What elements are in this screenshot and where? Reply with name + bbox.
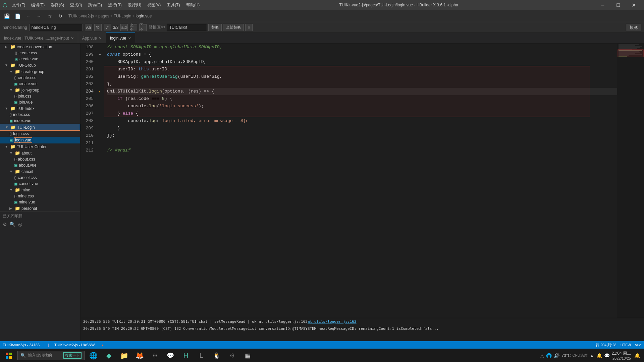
menu-bar[interactable]: 文件(F) 编辑(E) 选择(S) 查找(I) 跳转(G) 运行(R) 发行(U… — [9, 2, 202, 9]
sidebar-item-index-vue[interactable]: ▣ index.vue — [0, 118, 80, 124]
css-file-icon: {} — [14, 176, 16, 180]
breadcrumb-project[interactable]: TUIKit-vue2-js — [68, 14, 94, 18]
sidebar-item-create-group[interactable]: ▼ 📁 create-group — [0, 68, 80, 75]
menu-publish[interactable]: 发行(U) — [125, 2, 144, 9]
sidebar-item-about-css[interactable]: {} about.css — [0, 156, 80, 162]
sidebar-item-join-css[interactable]: {} join.css — [0, 93, 80, 99]
menu-tools[interactable]: 工具(T) — [164, 2, 182, 9]
save-button[interactable]: 💾 — [2, 11, 11, 21]
sidebar-item-about-vue[interactable]: ▣ about.vue — [0, 162, 80, 168]
sidebar-item-mine-css[interactable]: {} mine.css — [0, 193, 80, 199]
taskbar-search-box[interactable]: 🔍 输入你想找的 搜索一下 — [17, 351, 85, 360]
ind-209 — [99, 125, 104, 132]
tab-index-vue[interactable]: index.vue | TUIKit-vue......sage-input × — [0, 33, 78, 43]
code-editor[interactable]: 198 199 200 201 202 203 204 205 206 207 … — [80, 44, 644, 341]
sidebar-item-tui-index[interactable]: ▼ 📁 TUI-Index — [0, 105, 80, 112]
terminal-link[interactable]: at utils/logger.js:162 — [308, 319, 357, 324]
taskbar-app-8[interactable]: L — [194, 349, 209, 362]
sidebar-item-join-group[interactable]: ▼ 📁 join-group — [0, 87, 80, 93]
sidebar-item-join-vue[interactable]: ▣ join.vue — [0, 99, 80, 105]
menu-run[interactable]: 运行(R) — [105, 2, 124, 9]
tab-login-vue[interactable]: login.vue × — [106, 33, 135, 43]
menu-goto[interactable]: 跳转(G) — [86, 2, 105, 9]
start-button[interactable] — [1, 349, 16, 362]
back-button[interactable]: ← — [23, 11, 33, 21]
sidebar-item-login-vue[interactable]: ▣ login.vue — [0, 137, 80, 143]
sidebar-item-login-css[interactable]: {} login.css — [0, 131, 80, 137]
sidebar-item-create-vue[interactable]: ▣ create.vue — [0, 56, 80, 62]
app-icon-3: 💬 — [167, 352, 174, 359]
sidebar-item-cancel-vue[interactable]: ▣ cancel.vue — [0, 181, 80, 187]
sidebar-item-create-conversation[interactable]: ▶ 📁 create-conversation — [0, 44, 80, 50]
sidebar-item-tui-login[interactable]: ▼ 📁 TUI-Login — [0, 124, 80, 131]
sidebar-item-cancel[interactable]: ▼ 📁 cancel — [0, 168, 80, 175]
sidebar-icon-3[interactable]: ◎ — [18, 222, 22, 227]
tab-app-vue[interactable]: App.vue × — [78, 33, 106, 43]
sidebar-icon-2[interactable]: 🔍 — [10, 222, 15, 227]
menu-select[interactable]: 选择(S) — [48, 2, 67, 9]
taskbar-app-9[interactable]: 🐧 — [209, 349, 224, 362]
sidebar-item-about[interactable]: ▼ 📁 about — [0, 150, 80, 156]
preview-btn[interactable]: 预览 — [626, 24, 641, 31]
breadcrumb-file[interactable]: login.vue — [136, 14, 152, 18]
close-search-btn[interactable]: × — [245, 24, 253, 31]
sidebar-item-create-css[interactable]: {} create.css — [0, 50, 80, 56]
close-button[interactable]: ✕ — [626, 0, 641, 10]
taskbar-app-diamond[interactable]: ◆ — [101, 349, 116, 362]
select-all-btn[interactable]: 全选 — [120, 24, 128, 31]
taskbar-app-ie[interactable]: 🌐 — [86, 349, 101, 362]
bookmark-button[interactable]: ☆ — [45, 11, 54, 21]
closed-projects-section: 已关闭项目 — [0, 212, 80, 220]
menu-find[interactable]: 查找(I) — [67, 2, 85, 9]
breadcrumb-sep-2: > — [110, 14, 113, 18]
taskbar-app-11[interactable]: ▦ — [240, 349, 255, 362]
breadcrumb-login-folder[interactable]: TUI-Login — [114, 14, 131, 18]
sidebar-item-mine-vue[interactable]: ▣ mine.vue — [0, 199, 80, 205]
menu-edit[interactable]: 编辑(E) — [29, 2, 47, 9]
taskbar-app-firefox[interactable]: 🦊 — [132, 349, 147, 362]
taskbar-app-folder[interactable]: 📁 — [117, 349, 131, 362]
menu-help[interactable]: 帮助(H) — [183, 2, 203, 9]
sidebar-item-cancel-css[interactable]: {} cancel.css — [0, 175, 80, 181]
code-token: userSig: — [107, 73, 141, 80]
code-content[interactable]: // const SDKAppID = app.globalData.SDKAp… — [104, 44, 617, 318]
next-match-btn[interactable]: 下一个 — [139, 24, 147, 31]
sidebar-item-index-css[interactable]: {} index.css — [0, 112, 80, 118]
regex-btn[interactable]: .* — [104, 24, 111, 31]
menu-file[interactable]: 文件(F) — [9, 2, 28, 9]
prev-match-btn[interactable]: 上一个 — [130, 24, 137, 31]
notification-icon[interactable]: 🔔 — [634, 353, 640, 358]
sidebar-item-mine[interactable]: ▼ 📁 mine — [0, 187, 80, 193]
tab-close-icon[interactable]: × — [128, 36, 131, 41]
maximize-button[interactable]: □ — [610, 0, 626, 10]
sidebar-item-personal[interactable]: ▶ 📁 personal — [0, 205, 80, 212]
code-area[interactable]: 198 199 200 201 202 203 204 205 206 207 … — [80, 44, 644, 318]
forward-button[interactable]: → — [34, 11, 44, 21]
sidebar-item-tui-group[interactable]: ▼ 📁 TUI-Group — [0, 62, 80, 68]
tab-close-icon[interactable]: × — [99, 36, 102, 41]
refresh-button[interactable]: ↻ — [56, 11, 65, 21]
tab-close-icon[interactable]: × — [71, 36, 74, 41]
breadcrumb-pages[interactable]: pages — [98, 14, 109, 18]
case-sensitive-btn[interactable]: Aa — [85, 24, 92, 31]
sidebar-item-create-group-css[interactable]: {} create.css — [0, 75, 80, 81]
new-file-button[interactable]: 📄 — [13, 11, 22, 21]
taskbar-app-5[interactable]: ⚙ — [148, 349, 162, 362]
replace-range-btn[interactable]: 替换区>> — [149, 24, 165, 30]
find-input[interactable] — [29, 24, 83, 31]
whole-word-btn[interactable]: \b — [94, 24, 102, 31]
replace-all-btn[interactable]: 全部替换 — [223, 24, 244, 31]
taskbar-app-hbuilder[interactable]: H — [178, 349, 193, 362]
sidebar-icon-1[interactable]: ⚙ — [3, 222, 7, 227]
sidebar-item-create-group-vue[interactable]: ▣ create.vue — [0, 81, 80, 87]
replace-input[interactable] — [167, 24, 207, 31]
taskbar-app-6[interactable]: 💬 — [163, 349, 178, 362]
taskbar-app-10[interactable]: ⚙ — [225, 349, 239, 362]
menu-view[interactable]: 视图(V) — [145, 2, 163, 9]
search-btn-label[interactable]: 搜索一下 — [63, 352, 82, 359]
minimize-button[interactable]: – — [595, 0, 610, 10]
code-minimap[interactable] — [617, 44, 644, 318]
window-controls[interactable]: – □ ✕ — [595, 0, 641, 10]
replace-btn[interactable]: 替换 — [208, 24, 222, 31]
sidebar-item-tui-user-center[interactable]: ▼ 📁 TUI-User-Center — [0, 143, 80, 150]
